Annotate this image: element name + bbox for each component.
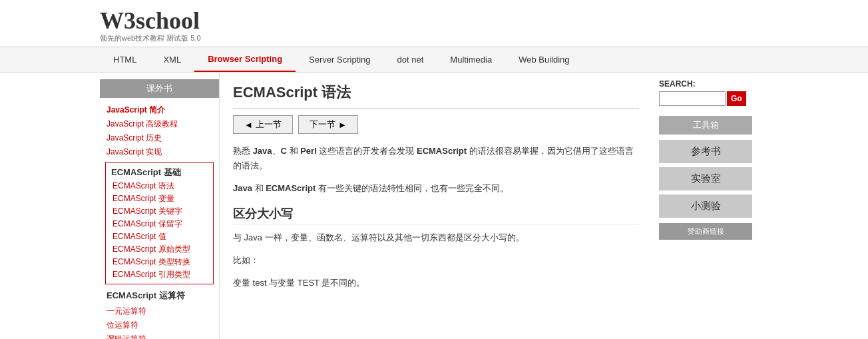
sponsor-bar: 赞助商链接: [659, 223, 752, 240]
sidebar-top-links: JavaScript 简介JavaScript 高级教程JavaScript 历…: [100, 103, 219, 159]
sidebar-bottom-links: 一元运算符位运算符逻辑运算符乘性运算符: [100, 304, 219, 339]
next-label: 下一节: [310, 119, 335, 131]
sidebar-bottom-link[interactable]: 一元运算符: [100, 304, 219, 318]
sidebar-link[interactable]: JavaScript 简介: [100, 103, 219, 117]
sidebar-group-link[interactable]: ECMAScript 关键字: [108, 205, 210, 218]
sidebar-group-link[interactable]: ECMAScript 类型转换: [108, 256, 210, 268]
navbar: HTMLXMLBrowser ScriptingServer Scripting…: [0, 47, 868, 73]
tool-buttons: 参考书实验室小测验: [659, 140, 752, 218]
nav-item-server-scripting[interactable]: Server Scripting: [296, 47, 383, 72]
sidebar-group-link[interactable]: ECMAScript 保留字: [108, 218, 210, 230]
nav-item-dot-net[interactable]: dot net: [384, 47, 437, 72]
sidebar-ecmascript-group: ECMAScript 基础 ECMAScript 语法ECMAScript 变量…: [105, 162, 214, 284]
nav-item-browser-scripting[interactable]: Browser Scripting: [194, 47, 296, 72]
sidebar-link[interactable]: JavaScript 高级教程: [100, 117, 219, 131]
next-button[interactable]: 下一节 ►: [298, 115, 358, 134]
paragraph4: 比如：: [233, 253, 639, 268]
nav-buttons: ◄ 上一节 下一节 ►: [233, 115, 639, 134]
nav-item-html[interactable]: HTML: [100, 47, 150, 72]
sidebar-header: 课外书: [100, 79, 219, 98]
sidebar: 课外书 JavaScript 简介JavaScript 高级教程JavaScri…: [100, 73, 220, 339]
nav-item-multimedia[interactable]: Multimedia: [437, 47, 505, 72]
search-button[interactable]: Go: [727, 91, 746, 106]
page-title: ECMAScript 语法: [233, 83, 639, 109]
content-area: ECMAScript 语法 ◄ 上一节 下一节 ► 熟悉 Java、C 和 Pe…: [220, 73, 652, 339]
logo-subtitle: 领先的web技术教程 测试版 5.0: [100, 33, 868, 43]
search-input[interactable]: [659, 91, 726, 106]
sidebar-group-links: ECMAScript 语法ECMAScript 变量ECMAScript 关键字…: [108, 180, 210, 281]
tool-button[interactable]: 小测验: [659, 194, 752, 218]
sidebar-group-link[interactable]: ECMAScript 原始类型: [108, 243, 210, 256]
sidebar-group-title: ECMAScript 基础: [108, 165, 210, 180]
sidebar-group-link[interactable]: ECMAScript 引用类型: [108, 268, 210, 281]
paragraph1: 熟悉 Java、C 和 Perl 这些语言的开发者会发现 ECMAScript …: [233, 144, 639, 173]
paragraph5: 变量 test 与变量 TEST 是不同的。: [233, 276, 639, 290]
logo-title: W3school: [100, 7, 868, 35]
sidebar-bottom-link[interactable]: 逻辑运算符: [100, 332, 219, 339]
paragraph3: 与 Java 一样，变量、函数名、运算符以及其他一切东西都是区分大小写的。: [233, 230, 639, 245]
sidebar-group-link[interactable]: ECMAScript 语法: [108, 180, 210, 192]
tool-button[interactable]: 实验室: [659, 167, 752, 190]
nav-item-xml[interactable]: XML: [150, 47, 194, 72]
header: W3school 领先的web技术教程 测试版 5.0: [0, 0, 868, 47]
nav-item-web-building[interactable]: Web Building: [505, 47, 582, 72]
prev-arrow-icon: ◄: [244, 120, 253, 130]
search-row: Go: [659, 91, 752, 106]
sidebar-group-link[interactable]: ECMAScript 值: [108, 230, 210, 243]
search-label: SEARCH:: [659, 79, 752, 89]
main-layout: 课外书 JavaScript 简介JavaScript 高级教程JavaScri…: [0, 73, 868, 339]
toolbox-label: 工具箱: [659, 116, 752, 135]
prev-label: 上一节: [256, 119, 282, 131]
next-arrow-icon: ►: [338, 120, 347, 130]
sidebar-bottom-section-title: ECMAScript 运算符: [100, 287, 219, 304]
sidebar-link[interactable]: JavaScript 实现: [100, 145, 219, 159]
prev-button[interactable]: ◄ 上一节: [233, 115, 293, 134]
sidebar-group-link[interactable]: ECMAScript 变量: [108, 192, 210, 205]
right-panel: SEARCH: Go 工具箱 参考书实验室小测验 赞助商链接: [652, 73, 759, 339]
paragraph2: Java 和 ECMAScript 有一些关键的语法特性相同，也有一些完全不同。: [233, 181, 639, 196]
tool-button[interactable]: 参考书: [659, 140, 752, 163]
section1-heading: 区分大小写: [233, 206, 639, 225]
sidebar-bottom-link[interactable]: 位运算符: [100, 318, 219, 332]
sidebar-link[interactable]: JavaScript 历史: [100, 131, 219, 145]
